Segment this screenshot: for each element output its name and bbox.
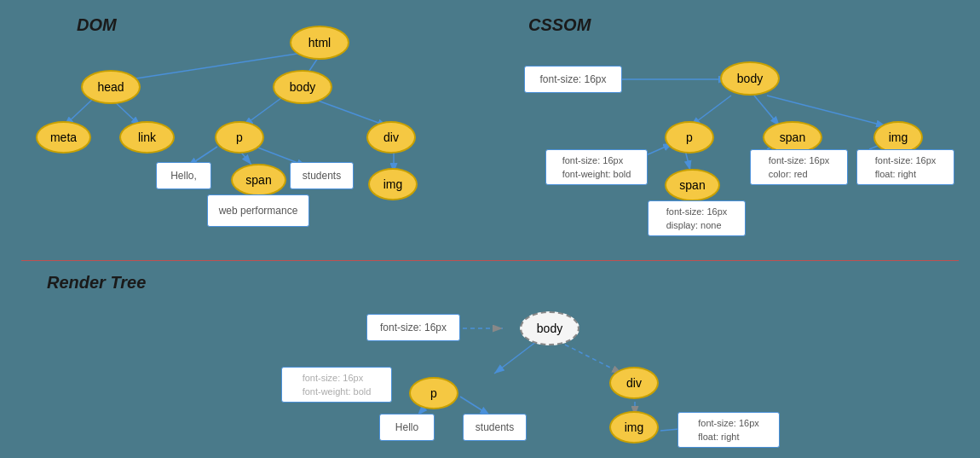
dom-node-html: html — [290, 26, 349, 60]
dom-node-img: img — [368, 168, 418, 200]
cssom-node-span-inner: span — [665, 169, 720, 201]
render-tree-title: Render Tree — [47, 273, 146, 293]
dom-node-span: span — [231, 164, 286, 196]
render-node-div: div — [609, 367, 659, 399]
render-rect-p-style: font-size: 16px font-weight: bold — [281, 367, 392, 403]
dom-node-body: body — [273, 70, 332, 104]
dom-rect-web-performance: web performance — [207, 194, 309, 227]
svg-line-2 — [119, 53, 303, 81]
dom-rect-hello: Hello, — [156, 162, 211, 189]
dom-node-div: div — [366, 121, 416, 154]
svg-line-22 — [494, 341, 537, 374]
dom-rect-students: students — [290, 162, 354, 189]
cssom-rect-body-style: font-size: 16px — [524, 66, 622, 93]
cssom-rect-p-style: font-size: 16px font-weight: bold — [545, 149, 648, 185]
render-rect-body-style: font-size: 16px — [366, 314, 460, 341]
cssom-rect-span-inner-style: font-size: 16px display: none — [648, 200, 746, 236]
cssom-rect-img-style: font-size: 16px float: right — [856, 149, 954, 185]
cssom-rect-span-style: font-size: 16px color: red — [750, 149, 848, 185]
render-rect-students: students — [463, 414, 527, 441]
render-rect-img-style: font-size: 16px float: right — [677, 412, 780, 448]
dom-title: DOM — [77, 15, 117, 35]
dom-node-p: p — [215, 121, 264, 154]
cssom-node-body: body — [720, 61, 780, 96]
render-node-body: body — [520, 311, 579, 345]
render-node-img: img — [609, 411, 659, 444]
render-node-p: p — [409, 377, 458, 409]
dom-node-head: head — [81, 70, 141, 104]
dom-node-meta: meta — [36, 121, 91, 154]
svg-line-23 — [558, 341, 622, 374]
svg-line-26 — [460, 397, 490, 415]
section-divider — [21, 260, 959, 261]
svg-line-7 — [311, 98, 388, 126]
svg-line-15 — [754, 96, 780, 126]
cssom-title: CSSOM — [528, 15, 591, 35]
cssom-node-p: p — [665, 121, 714, 154]
dom-node-link: link — [119, 121, 175, 154]
render-rect-hello: Hello — [379, 414, 435, 441]
